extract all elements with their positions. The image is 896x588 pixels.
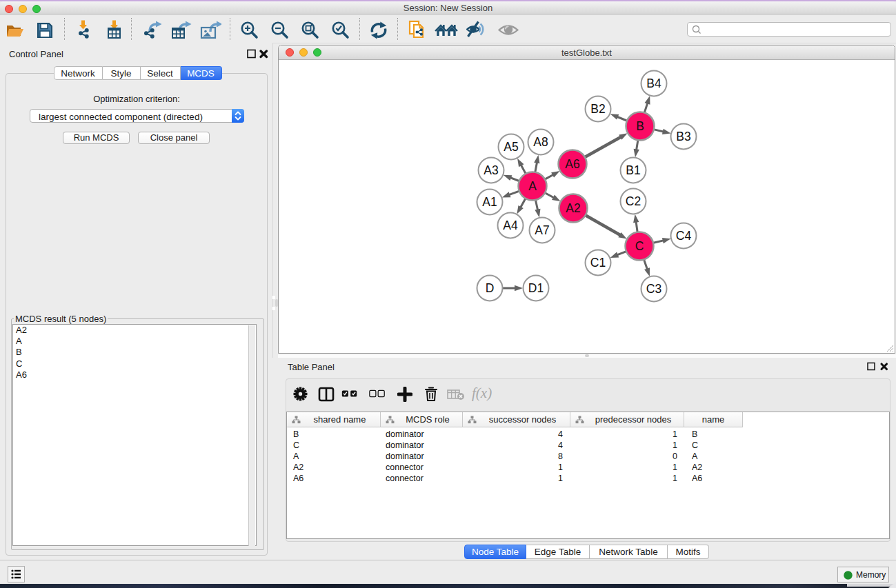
svg-text:A3: A3 [484, 163, 498, 177]
svg-text:B3: B3 [676, 130, 690, 143]
svg-text:C1: C1 [590, 256, 606, 270]
svg-text:A: A [528, 179, 537, 193]
svg-text:A6: A6 [565, 157, 579, 171]
svg-text:D: D [486, 281, 495, 295]
svg-text:C3: C3 [646, 282, 661, 296]
svg-text:A2: A2 [566, 201, 580, 215]
svg-text:A5: A5 [504, 140, 518, 154]
svg-text:A8: A8 [533, 135, 548, 149]
svg-text:A4: A4 [503, 219, 518, 232]
svg-text:A7: A7 [535, 223, 549, 237]
svg-text:C: C [635, 239, 644, 253]
svg-text:B: B [636, 119, 644, 133]
svg-text:B2: B2 [590, 102, 605, 116]
svg-text:B4: B4 [646, 77, 661, 90]
svg-text:C4: C4 [676, 229, 692, 243]
svg-text:C2: C2 [626, 194, 641, 208]
svg-text:B1: B1 [626, 163, 640, 177]
svg-text:D1: D1 [528, 281, 544, 295]
svg-text:A1: A1 [482, 195, 497, 209]
